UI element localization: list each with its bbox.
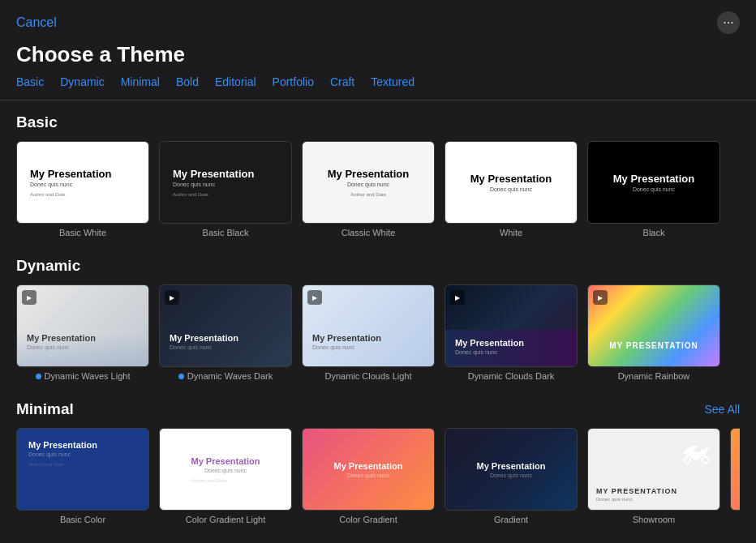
thumb-showroom: 🏍 MY PRESENTATION Donec quis nunc [587, 428, 720, 511]
category-textured[interactable]: Textured [371, 75, 415, 88]
category-craft[interactable]: Craft [330, 75, 354, 88]
thumb-cg-light: My Presentation Donec quis nunc Author a… [159, 428, 292, 511]
basic-section-header: Basic [16, 113, 740, 131]
theme-basic-black[interactable]: My Presentation Donec quis nunc Author a… [159, 141, 292, 237]
cancel-button[interactable]: Cancel [16, 15, 57, 30]
pres-text: My Presentation Donec quis nunc Author a… [328, 168, 409, 197]
theme-label-white: White [500, 228, 522, 237]
pres-content: My Presentation Donec quis nunc [170, 333, 238, 350]
theme-label-cg-light: Color Gradient Light [186, 515, 265, 524]
play-icon: ▶ [593, 290, 608, 305]
pres-text: My Presentation Donec quis nunc [477, 461, 546, 478]
category-basic[interactable]: Basic [16, 75, 44, 88]
theme-white[interactable]: My Presentation Donec quis nunc White [445, 141, 578, 237]
minimal-section-title: Minimal [16, 400, 74, 418]
thumb-basic-color: My Presentation Donec quis nunc Author a… [16, 428, 149, 511]
thumb-basic-white: My Presentation Donec quis nunc Author a… [16, 141, 149, 224]
theme-label-dc-light: Dynamic Clouds Light [325, 371, 412, 381]
thumb-classic-white: My Presentation Donec quis nunc Author a… [302, 141, 435, 224]
play-icon: ▶ [22, 290, 37, 305]
theme-d-rainbow[interactable]: ▶ MY PRESENTATION Dynamic Rainbow [587, 284, 720, 381]
thumb-white: My Presentation Donec quis nunc [445, 141, 578, 224]
theme-label-dw-light: Dynamic Waves Light [36, 371, 131, 381]
theme-color-gradient[interactable]: My Presentation Donec quis nunc Color Gr… [302, 428, 435, 524]
thumb-dc-light: ▶ My Presentation Donec quis nunc [302, 284, 435, 367]
dot-indicator [36, 374, 41, 379]
minimal-theme-grid: My Presentation Donec quis nunc Author a… [16, 428, 740, 524]
theme-label-dc-dark: Dynamic Clouds Dark [468, 371, 554, 381]
theme-dc-dark[interactable]: ▶ My Presentation Donec quis nunc Dynami… [445, 284, 578, 381]
theme-label-black: Black [643, 228, 665, 237]
theme-basic-white[interactable]: My Presentation Donec quis nunc Author a… [16, 141, 149, 237]
theme-dw-dark[interactable]: ▶ My Presentation Donec quis nunc Dynami… [159, 284, 292, 381]
pres-text: My Presentation Donec quis nunc Author a… [28, 440, 97, 467]
theme-label-d-rainbow: Dynamic Rainbow [618, 371, 690, 381]
theme-label-basic-white: Basic White [59, 228, 106, 237]
category-minimal[interactable]: Minimal [121, 75, 160, 88]
category-nav: Basic Dynamic Minimal Bold Editorial Por… [0, 75, 756, 100]
more-options-button[interactable]: ··· [717, 11, 740, 34]
pres-text: MY PRESENTATION Donec quis nunc [596, 487, 677, 502]
motorcycle-image: 🏍 [679, 433, 711, 469]
header: Cancel ··· [0, 0, 756, 39]
category-portfolio[interactable]: Portfolio [273, 75, 314, 88]
theme-dw-light[interactable]: ▶ My Presentation Donec quis nunc Dynami… [16, 284, 149, 381]
page-title: Choose a Theme [0, 39, 756, 75]
play-icon: ▶ [307, 290, 322, 305]
theme-minimal-partial[interactable] [730, 428, 740, 524]
thumb-dc-dark: ▶ My Presentation Donec quis nunc [445, 284, 578, 367]
thumb-minimal-partial [730, 428, 740, 511]
pres-text: My Presentation Donec quis nunc Author a… [30, 168, 111, 197]
basic-section-title: Basic [16, 113, 58, 131]
pres-content: MY PRESENTATION [598, 341, 710, 350]
theme-showroom[interactable]: 🏍 MY PRESENTATION Donec quis nunc Showro… [587, 428, 720, 524]
theme-label-basic-black: Basic Black [203, 228, 249, 237]
theme-label-classic-white: Classic White [341, 228, 396, 237]
thumb-dw-dark: ▶ My Presentation Donec quis nunc [159, 284, 292, 367]
thumb-gradient: My Presentation Donec quis nunc [445, 428, 578, 511]
dynamic-section-title: Dynamic [16, 257, 80, 275]
minimal-see-all[interactable]: See All [704, 403, 740, 416]
pres-text: My Presentation Donec quis nunc [613, 173, 694, 192]
basic-theme-grid: My Presentation Donec quis nunc Author a… [16, 141, 740, 237]
play-icon: ▶ [165, 290, 179, 305]
pres-content: My Presentation Donec quis nunc [312, 333, 381, 350]
thumb-d-rainbow: ▶ MY PRESENTATION [587, 284, 720, 367]
theme-label-basic-color: Basic Color [60, 515, 105, 524]
theme-label-dw-dark: Dynamic Waves Dark [178, 371, 273, 381]
thumb-color-gradient: My Presentation Donec quis nunc [302, 428, 435, 511]
pres-content: My Presentation Donec quis nunc [455, 338, 524, 355]
theme-label-gradient: Gradient [494, 515, 528, 524]
theme-basic-color[interactable]: My Presentation Donec quis nunc Author a… [16, 428, 149, 524]
theme-label-color-gradient: Color Gradient [339, 515, 397, 524]
theme-classic-white[interactable]: My Presentation Donec quis nunc Author a… [302, 141, 435, 237]
dot-indicator [178, 374, 184, 379]
themes-content: Basic My Presentation Donec quis nunc Au… [0, 100, 756, 543]
thumb-black: My Presentation Donec quis nunc [587, 141, 720, 224]
category-bold[interactable]: Bold [176, 75, 199, 88]
category-editorial[interactable]: Editorial [215, 75, 256, 88]
theme-cg-light[interactable]: My Presentation Donec quis nunc Author a… [159, 428, 292, 524]
thumb-dw-light: ▶ My Presentation Donec quis nunc [16, 284, 149, 367]
category-dynamic[interactable]: Dynamic [60, 75, 104, 88]
play-icon: ▶ [450, 290, 465, 305]
pres-content: My Presentation Donec quis nunc [27, 333, 96, 350]
dynamic-section-header: Dynamic [16, 257, 740, 275]
theme-gradient[interactable]: My Presentation Donec quis nunc Gradient [445, 428, 578, 524]
pres-text: My Presentation Donec quis nunc Author a… [173, 168, 254, 197]
pres-text: My Presentation Donec quis nunc [334, 461, 403, 478]
theme-black[interactable]: My Presentation Donec quis nunc Black [587, 141, 720, 237]
theme-label-showroom: Showroom [633, 515, 676, 524]
minimal-section-header: Minimal See All [16, 400, 740, 418]
thumb-basic-black: My Presentation Donec quis nunc Author a… [159, 141, 292, 224]
pres-text: My Presentation Donec quis nunc Author a… [191, 456, 260, 483]
theme-dc-light[interactable]: ▶ My Presentation Donec quis nunc Dynami… [302, 284, 435, 381]
dynamic-theme-grid: ▶ My Presentation Donec quis nunc Dynami… [16, 284, 740, 381]
pres-text: My Presentation Donec quis nunc [470, 173, 552, 192]
